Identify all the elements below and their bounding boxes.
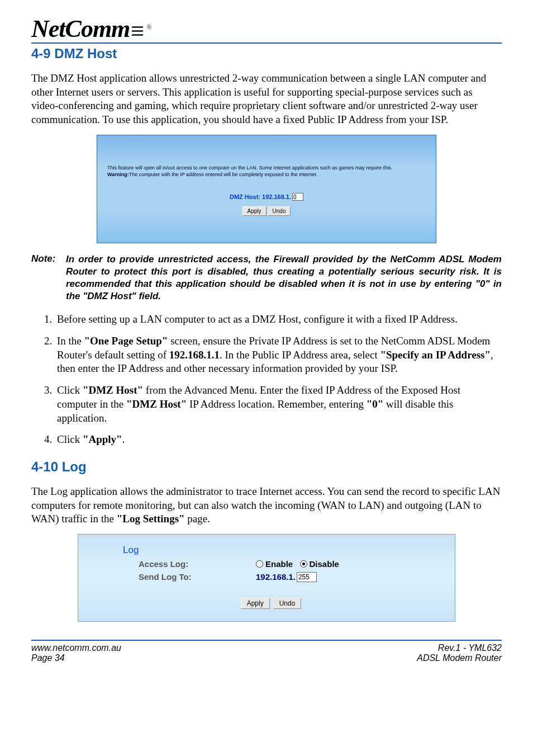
section-heading-log: 4-10 Log bbox=[31, 459, 502, 475]
dmz-host-field: DMZ Host: 192.168.1. bbox=[230, 193, 303, 201]
log-ip-input[interactable] bbox=[297, 572, 317, 582]
brand-logo: NetComm ® bbox=[31, 17, 502, 41]
dmz-description: This feature will open all in/out access… bbox=[107, 164, 426, 178]
list-item: Before setting up a LAN computer to act … bbox=[55, 313, 502, 327]
footer-revision: Rev.1 - YML632 bbox=[438, 643, 502, 653]
log-apply-button[interactable]: Apply bbox=[241, 598, 270, 609]
dmz-intro-paragraph: The DMZ Host application allows unrestri… bbox=[31, 72, 502, 127]
send-log-to-label: Send Log To: bbox=[123, 572, 256, 582]
dmz-host-label: DMZ Host: 192.168.1. bbox=[230, 193, 291, 200]
dmz-host-input[interactable] bbox=[292, 193, 303, 201]
footer-url: www.netcomm.com.au bbox=[31, 643, 121, 653]
radio-icon bbox=[256, 560, 263, 568]
note-label: Note: bbox=[31, 253, 66, 303]
radio-icon bbox=[300, 560, 307, 568]
footer-page: Page 34 bbox=[31, 653, 65, 663]
note-text: In order to provide unrestricted access,… bbox=[66, 253, 502, 303]
log-panel-title: Log bbox=[123, 545, 441, 556]
footer-product: ADSL Modem Router bbox=[417, 653, 502, 663]
list-item: In the "One Page Setup" screen, ensure t… bbox=[55, 334, 502, 376]
registered-mark: ® bbox=[146, 23, 151, 31]
access-log-disable-radio[interactable]: Disable bbox=[300, 559, 339, 569]
dmz-config-screenshot: This feature will open all in/out access… bbox=[97, 135, 436, 243]
log-config-screenshot: Log Access Log: Enable Disable Send Log … bbox=[78, 534, 455, 622]
dmz-apply-button[interactable]: Apply bbox=[242, 206, 266, 216]
list-item: Click "Apply". bbox=[55, 433, 502, 447]
brand-dashes-icon bbox=[132, 26, 143, 36]
brand-name: NetComm bbox=[31, 17, 130, 41]
log-ip-prefix: 192.168.1. bbox=[256, 572, 296, 582]
footer-divider bbox=[31, 640, 502, 641]
log-undo-button[interactable]: Undo bbox=[273, 598, 302, 609]
log-intro-paragraph: The Log application allows the administr… bbox=[31, 485, 502, 526]
access-log-label: Access Log: bbox=[123, 559, 256, 569]
section-heading-dmz: 4-9 DMZ Host bbox=[31, 46, 502, 62]
list-item: Click "DMZ Host" from the Advanced Menu.… bbox=[55, 384, 502, 425]
access-log-enable-radio[interactable]: Enable bbox=[256, 559, 293, 569]
dmz-undo-button[interactable]: Undo bbox=[268, 206, 291, 216]
page-footer: www.netcomm.com.au Page 34 Rev.1 - YML63… bbox=[31, 643, 502, 663]
note-block: Note: In order to provide unrestricted a… bbox=[31, 253, 502, 303]
header-divider bbox=[31, 42, 502, 44]
setup-steps-list: Before setting up a LAN computer to act … bbox=[31, 313, 502, 447]
